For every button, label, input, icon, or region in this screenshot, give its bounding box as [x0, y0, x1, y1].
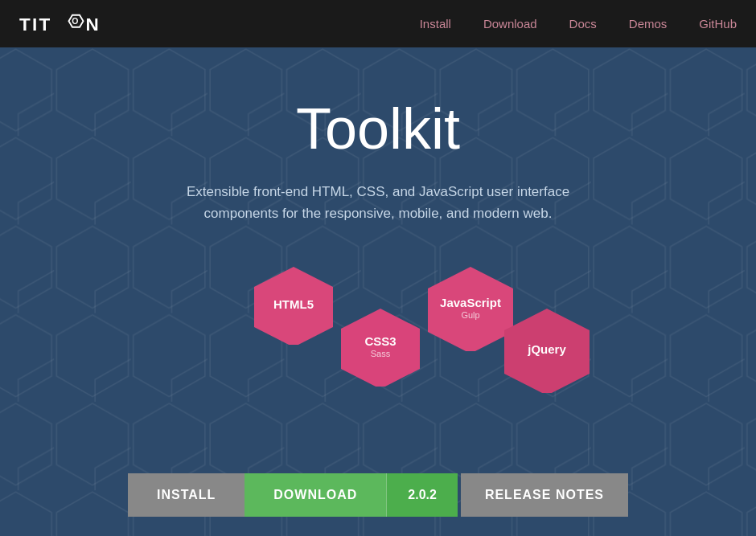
nav-links: Install Download Docs Demos GitHub	[420, 17, 737, 31]
download-button[interactable]: DOWNLOAD	[244, 473, 386, 517]
navbar: TIT O N Install Download Docs Demos GitH…	[0, 0, 756, 47]
release-notes-button[interactable]: RELEASE NOTES	[461, 473, 628, 517]
install-button[interactable]: INSTALL	[128, 473, 244, 517]
nav-docs[interactable]: Docs	[569, 17, 597, 31]
hex-javascript-sublabel: Gulp	[461, 310, 479, 320]
svg-text:TIT: TIT	[19, 14, 52, 34]
svg-text:N: N	[86, 14, 101, 34]
cta-row: INSTALL DOWNLOAD 2.0.2 RELEASE NOTES	[128, 473, 628, 517]
hero-section: Toolkit Extensible front-end HTML, CSS, …	[0, 47, 756, 536]
hex-css3: CSS3 Sass	[336, 306, 425, 387]
svg-text:O: O	[72, 16, 80, 26]
hero-title: Toolkit	[296, 96, 460, 162]
hex-css3-label: CSS3	[364, 334, 396, 349]
hex-jquery: jQuery	[499, 306, 595, 393]
nav-install[interactable]: Install	[420, 17, 451, 31]
nav-download[interactable]: Download	[483, 17, 537, 31]
nav-demos[interactable]: Demos	[629, 17, 668, 31]
version-button[interactable]: 2.0.2	[386, 473, 458, 517]
hex-css3-sublabel: Sass	[371, 349, 390, 358]
logo[interactable]: TIT O N	[19, 11, 116, 37]
hex-html5-label: HTML5	[273, 297, 314, 312]
hero-subtitle: Extensible front-end HTML, CSS, and Java…	[185, 181, 571, 224]
hex-jquery-label: jQuery	[528, 342, 566, 357]
hex-html5: HTML5	[249, 264, 338, 345]
nav-github[interactable]: GitHub	[699, 17, 737, 31]
hex-cluster: HTML5 CSS3 Sass JavaScript Gulp jQuery	[201, 264, 555, 425]
hex-javascript-label: JavaScript	[440, 296, 501, 310]
